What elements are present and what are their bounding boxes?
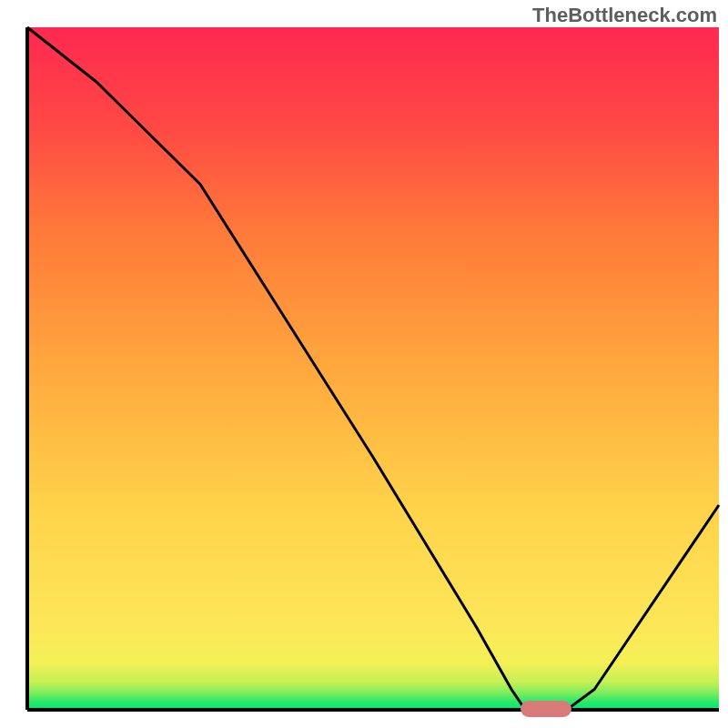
bottleneck-chart bbox=[0, 0, 728, 728]
optimal-marker bbox=[521, 701, 571, 717]
watermark-text: TheBottleneck.com bbox=[532, 4, 717, 27]
chart-container: TheBottleneck.com bbox=[0, 0, 728, 728]
gradient-background bbox=[27, 27, 719, 710]
